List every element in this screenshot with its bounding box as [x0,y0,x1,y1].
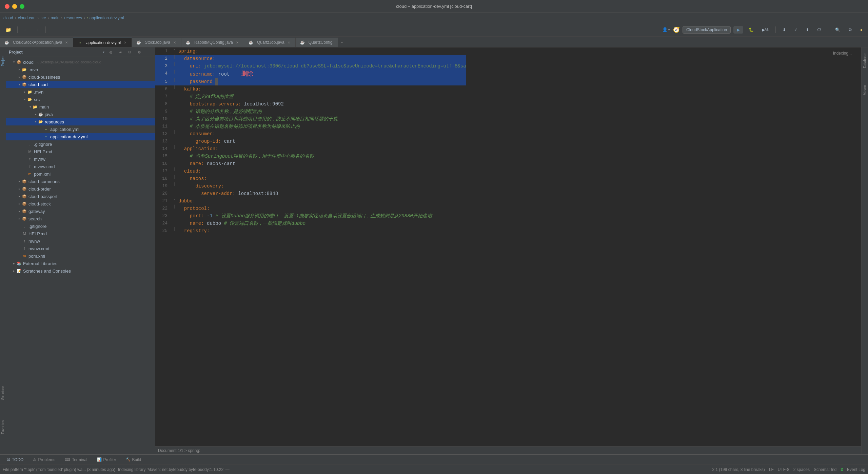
bottom-tab-profiler[interactable]: 📊 Profiler [93,456,120,464]
tab-close-appdev[interactable]: ✕ [123,40,127,45]
project-panel-toggle[interactable]: 📁 [3,26,14,34]
tree-arrow-main [28,104,33,109]
editor-area[interactable]: Indexing... 1 ▾ spring: 2 │ datasource: [155,47,861,454]
tab-close-rabbitmq[interactable]: ✕ [235,40,240,45]
bottom-tab-terminal[interactable]: ⌨ Terminal [61,456,91,464]
fold-marker-2[interactable]: │ [172,55,177,59]
tree-item-app-yml[interactable]: ▪ application.yml [6,125,155,133]
tree-item-mvnw1[interactable]: f mvnw [6,155,155,163]
tree-item-mvn2[interactable]: 📁 .mvn [6,88,155,96]
tree-item-java[interactable]: ☕ java [6,111,155,118]
tree-item-src[interactable]: 📂 src [6,96,155,103]
run-button[interactable]: ▶ [733,26,743,34]
tree-item-cloud-stock[interactable]: 📦 cloud-stock [6,200,155,208]
fold-marker-21[interactable]: ▾ [172,197,177,201]
event-log-count[interactable]: 3 [841,467,843,472]
status-schema[interactable]: Schema: Ind [814,467,836,472]
settings-button[interactable]: ⚙ [846,26,855,33]
tab-appdev[interactable]: ▪ application-dev.yml ✕ [73,38,132,47]
status-position[interactable]: 2:1 (199 chars, 3 line breaks) [712,467,765,472]
bottom-tab-problems[interactable]: ⚠ Problems [29,456,59,464]
run-with-coverage[interactable]: ▶% [759,26,771,33]
sidebar-project-label[interactable]: Project [1,56,5,66]
breadcrumb-cloud[interactable]: cloud [3,16,13,20]
tree-item-search[interactable]: 📦 search [6,215,155,222]
nav-tool-icon[interactable]: 🧭 [673,26,680,33]
profile-icon[interactable]: 👤▾ [662,27,670,33]
tab-close-quartzjob[interactable]: ✕ [287,40,291,45]
tree-item-cloud-cart[interactable]: 📦 cloud-cart [6,81,155,88]
collapse-all-button[interactable]: ⊟ [126,49,133,56]
fold-marker-1[interactable]: ▾ [172,47,177,52]
maximize-button[interactable] [20,4,24,9]
bottom-tab-todo[interactable]: ☑ TODO [3,456,27,464]
breadcrumb-resources[interactable]: resources [64,16,82,20]
vcs-update[interactable]: ⬇ [780,26,789,33]
status-indexing[interactable]: Indexing library 'Maven: net.bytebuddy:b… [118,467,230,472]
tree-item-scratches[interactable]: 📝 Scratches and Consoles [6,267,155,275]
locate-file-button[interactable]: ◎ [107,49,114,56]
tab-quartzconfig[interactable]: ☕ QuartzConfig. [296,38,338,47]
tab-cloudstock[interactable]: ☕ CloudStockApplication.java ✕ [0,38,73,47]
panel-close-button[interactable]: — [145,49,152,56]
status-file-pattern[interactable]: File pattern '*.apk' (from 'bundled' plu… [3,467,115,472]
tree-item-cloud-commons[interactable]: 📦 cloud-commons [6,178,155,185]
sidebar-database-label[interactable]: Database [863,54,867,68]
close-button[interactable] [5,4,9,9]
event-log-label[interactable]: Event Log [847,467,865,472]
tree-item-gitignore2[interactable]: . .gitignore [6,222,155,230]
tree-item-mvnwcmd1[interactable]: f mvnw.cmd [6,163,155,170]
tree-item-main[interactable]: 📂 main [6,103,155,111]
tree-item-cloud-bussiness[interactable]: 📦 cloud-bussiness [6,73,155,81]
nav-back-button[interactable]: ← [21,26,31,33]
tab-close-cloudstock[interactable]: ✕ [64,40,69,45]
tree-item-resources[interactable]: 📂 resources [6,118,155,125]
tree-item-help1[interactable]: M HELP.md [6,148,155,155]
panel-settings-button[interactable]: ⚙ [136,49,143,56]
code-editor[interactable]: Indexing... 1 ▾ spring: 2 │ datasource: [155,47,861,454]
sidebar-structure-label[interactable]: Structure [1,386,5,400]
status-encoding[interactable]: UTF-8 [778,467,789,472]
md-icon1: M [27,149,33,154]
vcs-history[interactable]: ⏱ [814,26,824,33]
tree-item-pom1[interactable]: m pom.xml [6,170,155,178]
nav-forward-button[interactable]: → [33,26,42,33]
tree-item-cloud[interactable]: 📦 cloud ~/Desktop/JAVA/JavaBlogRecord/cl… [6,58,155,66]
tab-close-stockjob[interactable]: ✕ [172,40,177,45]
notifications-button[interactable]: ● [857,26,865,33]
tree-item-app-dev-yml[interactable]: ▪ application-dev.yml [6,133,155,140]
minimize-button[interactable] [12,4,17,9]
tree-item-cloud-order[interactable]: 📦 cloud-order [6,185,155,193]
tree-item-mvnwcmd2[interactable]: f mvnw.cmd [6,245,155,252]
debug-button[interactable]: 🐛 [746,26,756,33]
more-tabs-button[interactable]: ▾ [338,38,346,47]
breadcrumb-cloud-cart[interactable]: cloud-cart [18,16,36,20]
sidebar-favorites-label[interactable]: Favorites [1,420,5,434]
run-config-selector[interactable]: CloudStockApplication [683,26,731,34]
tab-quartzjob[interactable]: ☕ QuartzJob.java ✕ [244,38,296,47]
tree-item-gateway[interactable]: 📦 gateway [6,208,155,215]
tab-rabbitmq[interactable]: ☕ RabbitMQConfig.java ✕ [181,38,244,47]
tree-item-ext-libs[interactable]: 📚 External Libraries [6,260,155,267]
tree-item-cloud-passport[interactable]: 📦 cloud-passport [6,193,155,200]
status-line-sep[interactable]: LF [769,467,774,472]
status-indent[interactable]: 2 spaces [793,467,810,472]
vcs-push[interactable]: ⬆ [803,26,812,33]
breadcrumb-file[interactable]: ▪application-dev.yml [87,16,124,20]
panel-dropdown-icon[interactable]: ▾ [103,50,105,54]
traffic-lights [5,4,24,9]
tree-item-mvnw2[interactable]: f mvnw [6,237,155,245]
bottom-tab-build[interactable]: 🔨 Build [122,456,145,464]
breadcrumb-main[interactable]: main [51,16,59,20]
tab-stockjob[interactable]: ☕ StockJob.java ✕ [132,38,181,47]
sidebar-maven-label[interactable]: Maven [863,85,867,95]
tree-item-mvn1[interactable]: 📂 .mvn [6,66,155,73]
module-icon6: 📦 [22,194,27,199]
scroll-from-source-button[interactable]: ⇥ [117,49,124,56]
tree-item-help2[interactable]: M HELP.md [6,230,155,237]
tree-item-gitignore1[interactable]: . .gitignore [6,140,155,148]
tree-item-pom2[interactable]: m pom.xml [6,252,155,260]
vcs-commit[interactable]: ✓ [791,26,800,33]
search-everywhere[interactable]: 🔍 [832,26,843,33]
breadcrumb-src[interactable]: src [40,16,46,20]
